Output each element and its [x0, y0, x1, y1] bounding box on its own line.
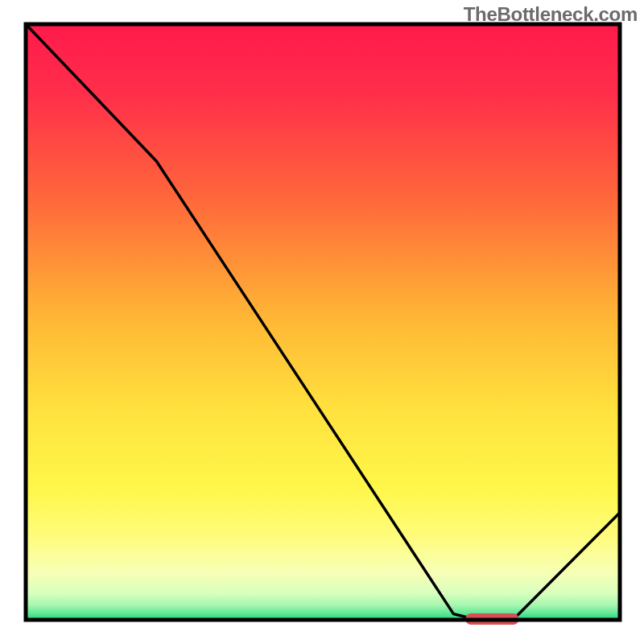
chart-container: TheBottleneck.com: [0, 0, 644, 644]
svg-rect-0: [26, 24, 620, 620]
watermark-text: TheBottleneck.com: [464, 3, 638, 26]
bottleneck-plot: [0, 0, 644, 644]
